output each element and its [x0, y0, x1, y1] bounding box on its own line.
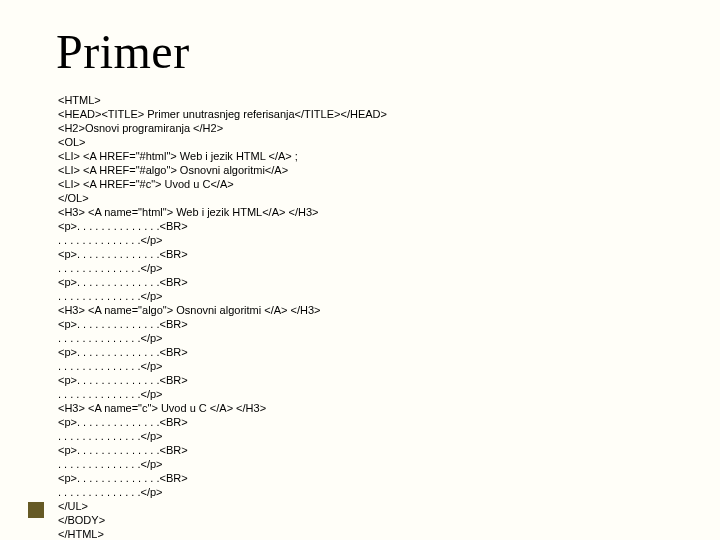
code-block: <HTML> <HEAD><TITLE> Primer unutrasnjeg … [56, 93, 664, 540]
slide-title: Primer [56, 24, 664, 79]
slide: Primer <HTML> <HEAD><TITLE> Primer unutr… [0, 0, 720, 540]
accent-square-icon [28, 502, 44, 518]
